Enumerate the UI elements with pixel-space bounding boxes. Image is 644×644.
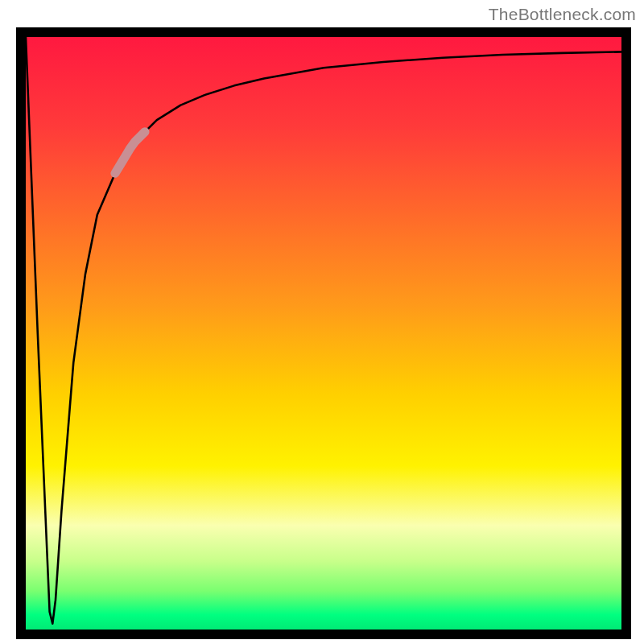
bottleneck-curve-line: [26, 37, 621, 624]
chart-curve: [26, 37, 621, 630]
chart-page: TheBottleneck.com: [0, 0, 644, 644]
chart-frame: [16, 27, 631, 639]
attribution-text: TheBottleneck.com: [489, 5, 636, 24]
bottleneck-curve-highlight: [115, 132, 145, 174]
chart-plot-area: [26, 37, 621, 630]
